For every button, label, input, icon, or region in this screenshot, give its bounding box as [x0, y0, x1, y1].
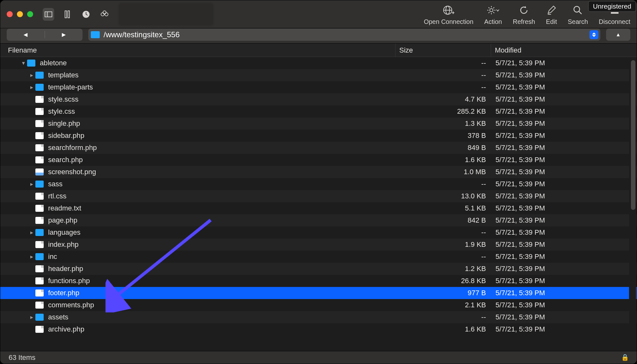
open-connection-button[interactable]: Open Connection — [424, 5, 474, 25]
disclosure-chevron-icon[interactable]: ▾ — [19, 60, 27, 67]
folder-icon — [35, 253, 44, 260]
item-count: 63 Items — [9, 353, 35, 362]
file-icon — [35, 326, 44, 333]
file-modified: 5/7/21, 5:39 PM — [491, 180, 590, 188]
go-up-button[interactable]: ▲ — [606, 29, 630, 41]
folder-icon — [35, 72, 44, 79]
column-filename[interactable]: Filename — [0, 44, 395, 57]
file-row[interactable]: ▾abletone--5/7/21, 5:39 PM — [0, 57, 637, 69]
file-modified: 5/7/21, 5:39 PM — [491, 156, 590, 164]
file-row[interactable]: ▸rtl.css13.0 KB5/7/21, 5:39 PM — [0, 190, 637, 202]
history-nav: ◀ ▶ — [7, 29, 83, 41]
file-row[interactable]: ▸assets--5/7/21, 5:39 PM — [0, 311, 637, 323]
file-row[interactable]: ▸screenshot.png1.0 MB5/7/21, 5:39 PM — [0, 166, 637, 178]
file-modified: 5/7/21, 5:39 PM — [491, 216, 590, 225]
file-size: 1.0 MB — [395, 168, 491, 176]
folder-icon — [35, 181, 44, 188]
refresh-label: Refresh — [513, 18, 535, 25]
file-row[interactable]: ▸archive.php1.6 KB5/7/21, 5:39 PM — [0, 323, 637, 335]
disclosure-chevron-icon[interactable]: ▸ — [28, 229, 35, 236]
file-modified: 5/7/21, 5:39 PM — [491, 325, 590, 333]
nav-forward-button[interactable]: ▶ — [45, 32, 83, 38]
file-name: screenshot.png — [48, 168, 96, 176]
search-button[interactable]: Search — [568, 5, 588, 25]
bookmarks-icon[interactable] — [62, 9, 73, 20]
refresh-button[interactable]: Refresh — [513, 5, 535, 25]
svg-point-16 — [490, 9, 493, 12]
column-size[interactable]: Size — [395, 44, 491, 57]
file-row[interactable]: ▸index.php1.9 KB5/7/21, 5:39 PM — [0, 239, 637, 251]
bonjour-icon[interactable] — [99, 9, 110, 20]
toolbar: Open Connection Action Refresh Edit — [0, 0, 637, 28]
svg-point-26 — [574, 6, 580, 12]
history-icon[interactable] — [80, 9, 92, 20]
file-icon — [35, 205, 44, 212]
file-size: 1.9 KB — [395, 240, 491, 249]
file-name: rtl.css — [48, 192, 66, 200]
disclosure-chevron-icon[interactable]: ▸ — [28, 84, 35, 91]
file-modified: 5/7/21, 5:39 PM — [491, 204, 590, 212]
svg-line-27 — [579, 11, 582, 14]
sidebar-toggle-segment[interactable] — [43, 8, 54, 21]
file-row[interactable]: ▸search.php1.6 KB5/7/21, 5:39 PM — [0, 154, 637, 166]
file-modified: 5/7/21, 5:39 PM — [491, 253, 590, 261]
file-row[interactable]: ▸functions.php26.8 KB5/7/21, 5:39 PM — [0, 275, 637, 287]
zoom-window-button[interactable] — [27, 11, 33, 17]
folder-icon — [35, 84, 44, 91]
file-row[interactable]: ▸template-parts--5/7/21, 5:39 PM — [0, 81, 637, 93]
file-list[interactable]: ▾abletone--5/7/21, 5:39 PM▸templates--5/… — [0, 57, 637, 352]
svg-line-21 — [489, 7, 489, 8]
file-row[interactable]: ▸readme.txt5.1 KB5/7/21, 5:39 PM — [0, 202, 637, 214]
file-modified: 5/7/21, 5:39 PM — [491, 132, 590, 140]
title-redacted — [119, 3, 214, 26]
app-window: Unregistered Op — [0, 0, 637, 364]
disclosure-chevron-icon[interactable]: ▸ — [28, 253, 35, 260]
action-button[interactable]: Action — [484, 5, 502, 25]
file-name: abletone — [40, 59, 67, 67]
file-size: 13.0 KB — [395, 192, 491, 200]
file-icon — [35, 120, 44, 127]
disclosure-chevron-icon[interactable]: ▸ — [28, 72, 35, 79]
file-name: inc — [48, 253, 57, 261]
file-name: archive.php — [48, 325, 84, 333]
svg-rect-6 — [68, 11, 69, 18]
file-icon — [35, 265, 44, 272]
disclosure-chevron-icon[interactable]: ▸ — [28, 314, 35, 321]
minimize-window-button[interactable] — [17, 11, 23, 17]
file-modified: 5/7/21, 5:39 PM — [491, 313, 590, 321]
edit-button[interactable]: Edit — [546, 5, 557, 25]
file-row[interactable]: ▸inc--5/7/21, 5:39 PM — [0, 251, 637, 263]
file-name: templates — [48, 71, 78, 79]
close-window-button[interactable] — [7, 11, 13, 17]
path-field[interactable]: /www/testingsitex_556 — [88, 29, 600, 41]
file-row[interactable]: ▸sass--5/7/21, 5:39 PM — [0, 178, 637, 190]
status-bar: 63 Items 🔒 — [0, 351, 637, 364]
file-row[interactable]: ▸page.php842 B5/7/21, 5:39 PM — [0, 214, 637, 226]
disclosure-chevron-icon[interactable]: ▸ — [28, 181, 35, 188]
column-modified[interactable]: Modified — [491, 44, 637, 57]
scrollbar-thumb[interactable] — [631, 60, 635, 210]
file-row[interactable]: ▸comments.php2.1 KB5/7/21, 5:39 PM — [0, 299, 637, 311]
svg-point-3 — [46, 14, 47, 15]
file-row[interactable]: ▸single.php1.3 KB5/7/21, 5:39 PM — [0, 118, 637, 130]
file-row[interactable]: ▸header.php1.2 KB5/7/21, 5:39 PM — [0, 263, 637, 275]
sidebar-toggle-icon — [43, 11, 54, 17]
file-icon — [35, 302, 44, 309]
path-text: /www/testingsitex_556 — [104, 30, 180, 39]
action-label: Action — [484, 18, 502, 25]
file-modified: 5/7/21, 5:39 PM — [491, 289, 590, 297]
file-row[interactable]: ▸searchform.php849 B5/7/21, 5:39 PM — [0, 142, 637, 154]
file-row[interactable]: ▸sidebar.php378 B5/7/21, 5:39 PM — [0, 130, 637, 142]
svg-point-9 — [105, 13, 108, 16]
folder-icon — [35, 314, 44, 321]
file-row[interactable]: ▸footer.php977 B5/7/21, 5:39 PM — [0, 287, 637, 299]
file-size: -- — [395, 180, 491, 188]
file-row[interactable]: ▸style.css285.2 KB5/7/21, 5:39 PM — [0, 105, 637, 118]
file-row[interactable]: ▸languages--5/7/21, 5:39 PM — [0, 226, 637, 239]
file-row[interactable]: ▸style.scss4.7 KB5/7/21, 5:39 PM — [0, 93, 637, 105]
nav-back-button[interactable]: ◀ — [7, 32, 45, 38]
file-row[interactable]: ▸templates--5/7/21, 5:39 PM — [0, 69, 637, 81]
file-name: footer.php — [48, 289, 79, 297]
path-dropdown-icon[interactable] — [590, 30, 598, 39]
file-modified: 5/7/21, 5:39 PM — [491, 240, 590, 249]
